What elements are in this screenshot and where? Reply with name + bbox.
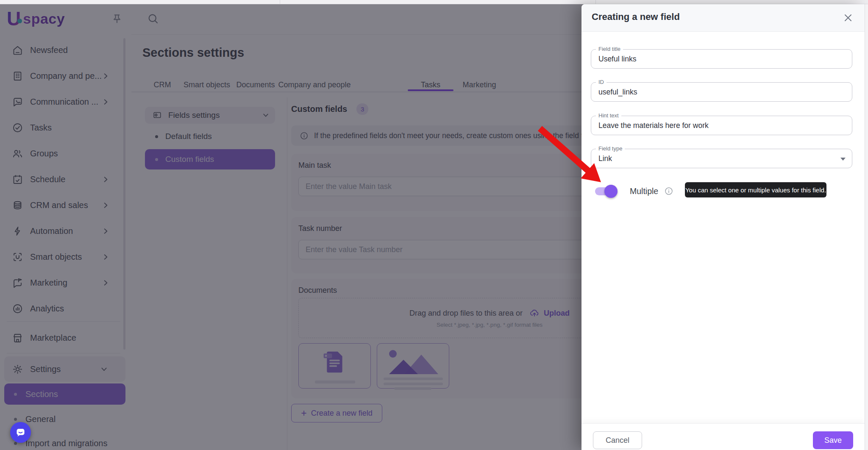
dropdown-caret-icon[interactable] (840, 158, 846, 161)
strip-separator (280, 0, 280, 4)
field-type-select[interactable] (591, 149, 852, 168)
field-title-input[interactable] (591, 50, 852, 68)
modal-title: Creating a new field (592, 11, 680, 22)
close-icon[interactable] (843, 12, 854, 23)
hint-text-input[interactable] (591, 116, 852, 135)
save-button[interactable]: Save (813, 431, 853, 449)
creating-new-field-modal: Creating a new field Field title ID Hint… (581, 4, 865, 450)
chat-bubble-icon (15, 427, 26, 438)
multiple-label: Multiple (630, 186, 658, 196)
multiple-toggle-row: Multiple (594, 180, 673, 203)
browser-top-strip (0, 0, 868, 4)
modal-header: Creating a new field (581, 4, 865, 32)
strip-separator (595, 0, 596, 4)
switch-thumb (604, 185, 618, 198)
chat-launcher-button[interactable] (10, 422, 31, 443)
field-id-group: ID (591, 82, 852, 102)
window-scrollbar-gutter[interactable] (865, 4, 868, 450)
modal-footer: Cancel Save (581, 423, 865, 450)
field-id-input[interactable] (591, 83, 852, 101)
multiple-toggle-switch[interactable] (594, 184, 618, 198)
hint-text-group: Hint text (591, 116, 852, 135)
field-title-group: Field title (591, 49, 852, 69)
tooltip: You can select one or multiple values fo… (685, 182, 826, 197)
field-type-group: Field type (591, 149, 852, 168)
info-icon[interactable] (664, 186, 673, 196)
cancel-button[interactable]: Cancel (593, 431, 642, 449)
